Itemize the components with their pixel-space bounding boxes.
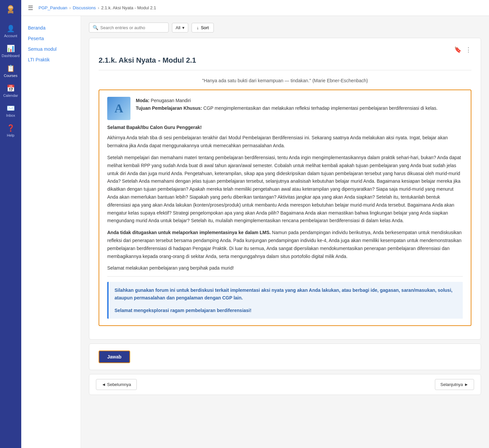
prev-button[interactable]: ◄ Sebelumnya — [96, 379, 137, 390]
search-input[interactable] — [100, 25, 165, 30]
content-box: A Moda: Penugasan Mandiri Tujuan Pembela… — [99, 90, 471, 326]
main-content: 🔍 All ▾ ↓ Sort 🔖 ⋮ 2.1.k. Aksi Ny — [81, 16, 489, 448]
nav-buttons: ◄ Sebelumnya Selanjutnya ► — [89, 374, 481, 395]
filter-select[interactable]: All ▾ — [172, 23, 188, 32]
filter-label: All — [176, 25, 180, 30]
sidebar-item-courses[interactable]: 📋 Courses — [0, 61, 21, 81]
discussion-title: 2.1.k. Aksi Nyata - Modul 2.1 — [99, 56, 471, 65]
filter-bar: 🔍 All ▾ ↓ Sort — [89, 23, 481, 32]
sidebar-item-account[interactable]: 👤 Account — [0, 21, 21, 41]
breadcrumb-pgp[interactable]: PGP_Panduan — [39, 5, 67, 10]
more-options-icon[interactable]: ⋮ — [465, 46, 471, 53]
tujuan-label: Tujuan Pembelajaran Khusus: — [136, 105, 202, 111]
sidebar-peserta[interactable]: Peserta — [21, 33, 81, 44]
calendar-icon: 📅 — [7, 84, 15, 92]
sidebar-item-inbox[interactable]: ✉️ Inbox — [0, 101, 21, 121]
sidebar-item-dashboard[interactable]: 📊 Dashboard — [0, 41, 21, 61]
account-icon: 👤 — [7, 25, 15, 32]
sort-button[interactable]: ↓ Sort — [192, 23, 213, 32]
sidebar-item-calendar[interactable]: 📅 Calendar — [0, 81, 21, 101]
breadcrumb: PGP_Panduan › Discussions › 2.1.k. Aksi … — [39, 5, 156, 10]
sort-label: Sort — [201, 25, 209, 30]
sidebar-beranda[interactable]: Beranda — [21, 23, 81, 33]
inbox-icon: ✉️ — [7, 104, 15, 112]
quote-text: "Hanya ada satu bukti dari kemampuan — t… — [99, 74, 471, 90]
moda-value: Penugasan Mandiri — [151, 98, 191, 103]
breadcrumb-discussions[interactable]: Discussions — [73, 5, 96, 10]
help-icon: ❓ — [7, 124, 15, 132]
content-layout: Beranda Peserta Semua modul LTI Praktik … — [21, 16, 489, 448]
breadcrumb-sep-1: › — [69, 5, 71, 10]
moda-text: Moda: Penugasan Mandiri Tujuan Pembelaja… — [136, 97, 438, 112]
paragraph-3: Anda tidak ditugaskan untuk melaporkan i… — [107, 229, 463, 260]
top-bar: ☰ PGP_Panduan › Discussions › 2.1.k. Aks… — [21, 0, 489, 16]
paragraph-4: Selamat melakukan pembelajaran yang berp… — [107, 264, 463, 272]
search-box[interactable]: 🔍 — [89, 23, 169, 32]
content-divider — [107, 276, 463, 277]
sidebar-item-label: Help — [7, 133, 15, 137]
greeting-text: Selamat Bapak/Ibu Calon Guru Penggerak! — [107, 125, 463, 130]
highlight-line-1: Silahkan gunakan forum ini untuk berdisk… — [115, 287, 457, 301]
svg-point-1 — [9, 6, 13, 8]
tujuan-value: CGP mengimplementasikan dan melakukan re… — [204, 105, 438, 111]
discussion-card: 🔖 ⋮ 2.1.k. Aksi Nyata - Modul 2.1 "Hanya… — [89, 38, 481, 340]
paragraph-2: Setelah mempelajari dan memahami materi … — [107, 154, 463, 225]
reply-section: Jawab — [89, 344, 481, 370]
moda-row: A Moda: Penugasan Mandiri Tujuan Pembela… — [107, 97, 463, 120]
moda-icon: A — [107, 97, 130, 120]
moda-label: Moda: — [136, 98, 149, 103]
sidebar-item-help[interactable]: ❓ Help — [0, 121, 21, 141]
sort-icon: ↓ — [197, 25, 199, 30]
sidebar-item-label: Calendar — [3, 94, 18, 97]
breadcrumb-current: 2.1.k. Aksi Nyata - Modul 2.1 — [101, 5, 156, 10]
chevron-down-icon: ▾ — [182, 25, 185, 30]
courses-icon: 📋 — [7, 64, 15, 72]
bookmark-icon[interactable]: 🔖 — [454, 46, 461, 53]
main-wrapper: ☰ PGP_Panduan › Discussions › 2.1.k. Aks… — [21, 0, 489, 448]
highlight-box: Silahkan gunakan forum ini untuk berdisk… — [107, 282, 463, 319]
sidebar-item-label: Courses — [4, 74, 18, 78]
course-sidebar: Beranda Peserta Semua modul LTI Praktik — [21, 16, 81, 448]
left-navigation: 👤 Account 📊 Dashboard 📋 Courses 📅 Calend… — [0, 0, 21, 448]
next-button[interactable]: Selanjutnya ► — [435, 379, 474, 390]
sidebar-item-label: Inbox — [6, 113, 15, 117]
breadcrumb-sep-2: › — [98, 5, 99, 10]
sidebar-item-label: Dashboard — [2, 54, 20, 58]
title-divider — [99, 70, 471, 70]
dashboard-icon: 📊 — [7, 44, 15, 52]
hamburger-menu[interactable]: ☰ — [28, 4, 33, 12]
paragraph-1: Akhirnya Anda telah tiba di sesi pembela… — [107, 134, 463, 150]
paragraph-3-bold: Anda tidak ditugaskan untuk melaporkan i… — [107, 230, 271, 235]
sidebar-semua-modul[interactable]: Semua modul — [21, 44, 81, 54]
sidebar-lti-praktik[interactable]: LTI Praktik — [21, 54, 81, 65]
jawab-button[interactable]: Jawab — [99, 351, 130, 363]
highlight-line-2: Selamat mengeksplorasi ragam pembelajara… — [115, 307, 457, 314]
app-logo — [5, 4, 17, 16]
card-header-icons: 🔖 ⋮ — [99, 46, 471, 53]
sidebar-item-label: Account — [4, 34, 17, 38]
search-icon: 🔍 — [93, 25, 98, 30]
